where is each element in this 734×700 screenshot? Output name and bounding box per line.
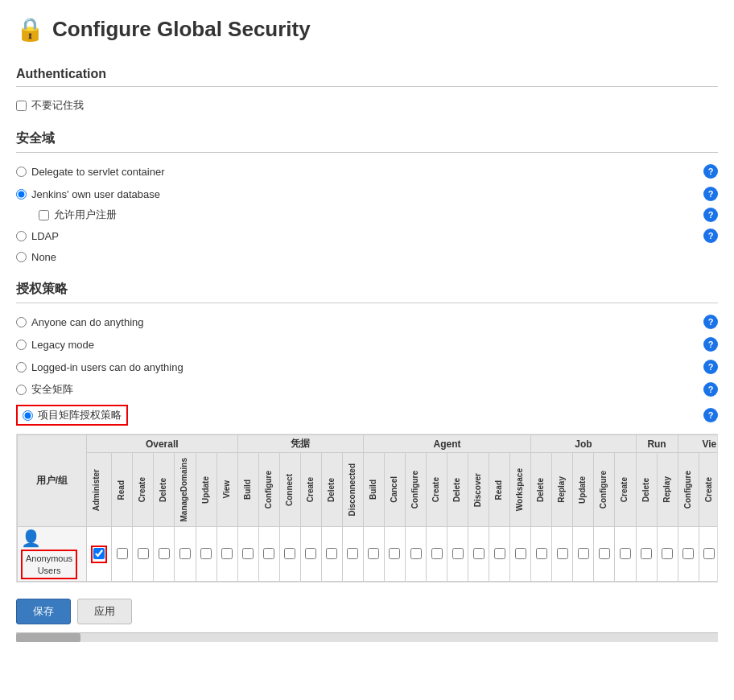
anon-cred-build-checkbox[interactable] [242,548,254,559]
anyone-help-icon[interactable]: ? [703,315,718,329]
anon-job-create-checkbox[interactable] [620,548,631,559]
anon-create-cell [133,527,154,582]
col-manage-domains: ManageDomains [175,453,196,527]
jenkins-db-label: Jenkins' own user database [31,188,160,200]
anon-cred-create-checkbox[interactable] [305,548,316,559]
project-matrix-radio[interactable] [23,410,33,421]
anon-run-2-checkbox[interactable] [662,548,673,559]
ldap-radio[interactable] [16,231,27,241]
anon-job-replay-checkbox[interactable] [557,548,568,559]
anon-agent-cancel-checkbox[interactable] [389,548,400,559]
anon-cred-delete-cell [321,527,342,582]
anon-cred-configure-checkbox[interactable] [263,548,274,559]
anon-agent-create-checkbox[interactable] [431,548,443,559]
anonymous-icon: 👤 [21,529,41,548]
anon-agent-build-checkbox[interactable] [368,548,379,559]
anon-manage-domains-checkbox[interactable] [179,548,191,559]
anon-job-update-checkbox[interactable] [578,548,589,559]
anon-cred-delete-checkbox[interactable] [326,548,337,559]
anon-agent-delete-checkbox[interactable] [452,548,464,559]
anonymous-label: 👤 AnonymousUsers [21,529,83,579]
col-agent-discover: Discover [468,453,489,527]
anon-view-2-checkbox[interactable] [703,548,715,559]
anon-view-1-cell [678,527,699,582]
anon-agent-discover-checkbox[interactable] [473,548,485,559]
col-administer: Administer [86,453,111,527]
allow-signup-label: 允许用户注册 [54,208,117,222]
anon-cred-connect-cell [279,527,300,582]
security-matrix-help-icon[interactable]: ? [703,382,718,397]
anon-create-checkbox[interactable] [138,548,149,559]
col-job-delete: Delete [531,453,552,527]
anon-view-1-checkbox[interactable] [682,548,694,559]
anon-agent-workspace-checkbox[interactable] [515,548,526,559]
jenkins-db-help-icon[interactable]: ? [703,187,718,201]
jenkins-db-radio[interactable] [16,189,27,200]
lock-icon: 🔒 [16,16,44,43]
legacy-radio[interactable] [16,340,27,350]
col-job-configure: Configure [594,453,615,527]
view-group-header: Vie [678,435,718,453]
anon-job-delete-checkbox[interactable] [536,548,547,559]
agent-group-header: Agent [363,435,530,453]
scrollbar-thumb[interactable] [16,633,80,642]
legacy-label: Legacy mode [31,339,94,351]
delegate-help-icon[interactable]: ? [703,164,718,179]
anon-read-checkbox[interactable] [117,548,128,559]
anon-run-1-checkbox[interactable] [641,548,652,559]
anon-update-checkbox[interactable] [200,548,212,559]
anon-agent-read-cell [489,527,510,582]
anon-agent-configure-cell [405,527,426,582]
col-cred-create: Create [300,453,321,527]
anon-delete-cell [154,527,175,582]
job-group-header: Job [531,435,636,453]
ldap-row: LDAP ? [16,227,718,245]
col-view-2: Create [699,453,718,527]
delegate-radio[interactable] [16,167,27,177]
col-agent-read: Read [489,453,510,527]
col-job-replay: Replay [552,453,573,527]
anon-job-update-cell [573,527,594,582]
col-view-1: Configure [678,453,699,527]
anon-administer-cell [86,527,111,582]
col-agent-delete: Delete [447,453,468,527]
apply-button[interactable]: 应用 [77,599,132,624]
project-matrix-label: 项目矩阵授权策略 [38,408,122,422]
anon-update-cell [196,527,216,582]
col-run-1: Delete [636,453,657,527]
anon-administer-checkbox[interactable] [93,548,105,559]
anon-job-configure-checkbox[interactable] [599,548,610,559]
allow-signup-checkbox[interactable] [39,210,49,220]
anonymous-user-group-cell: 👤 AnonymousUsers [18,527,87,582]
anon-view-checkbox[interactable] [221,548,233,559]
save-button[interactable]: 保存 [16,599,71,624]
col-agent-configure: Configure [405,453,426,527]
anon-cred-create-cell [300,527,321,582]
security-matrix-radio[interactable] [16,385,27,395]
loggedin-help-icon[interactable]: ? [703,360,718,374]
col-update: Update [196,453,216,527]
anon-agent-build-cell [363,527,384,582]
anon-cred-connect-checkbox[interactable] [284,548,295,559]
legacy-help-icon[interactable]: ? [703,337,718,352]
ldap-help-icon[interactable]: ? [703,229,718,243]
bottom-buttons: 保存 应用 [16,599,718,624]
anon-delete-checkbox[interactable] [159,548,170,559]
anon-cred-disconnected-checkbox[interactable] [347,548,358,559]
anon-agent-cancel-cell [384,527,405,582]
loggedin-radio[interactable] [16,362,27,373]
col-agent-create: Create [427,453,447,527]
remember-me-checkbox[interactable] [16,101,27,111]
authorization-header: 授权策略 [16,281,718,303]
none-radio[interactable] [16,252,27,262]
col-read: Read [112,453,133,527]
project-matrix-help-icon[interactable]: ? [703,408,718,422]
remember-me-row: 不要记住我 [16,97,718,114]
anon-agent-read-checkbox[interactable] [494,548,505,559]
scrollbar[interactable] [16,632,718,642]
anyone-radio[interactable] [16,317,27,327]
anon-agent-configure-checkbox[interactable] [410,548,422,559]
col-cred-build: Build [237,453,258,527]
permission-matrix-container: 用户/组 Overall 凭据 Agent Job Run Vie Admini… [16,434,718,583]
allow-signup-help-icon[interactable]: ? [703,208,718,222]
